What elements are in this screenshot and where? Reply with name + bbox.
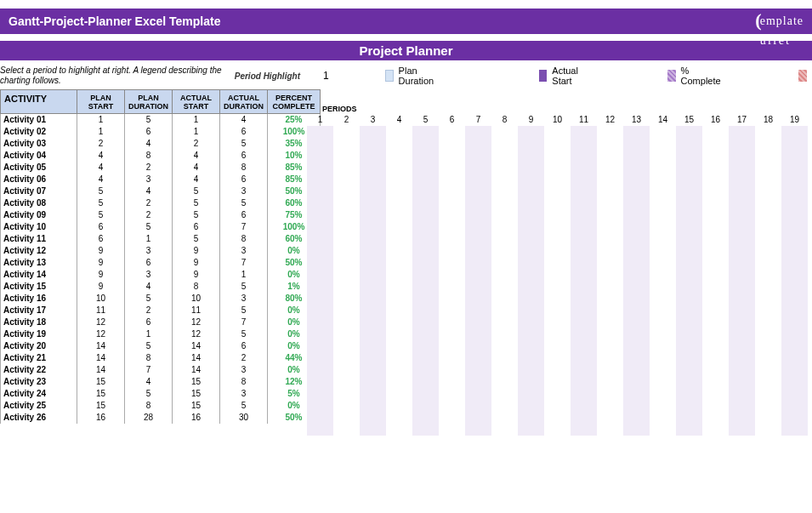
table-row[interactable]: Activity 06434685% xyxy=(1,174,321,185)
gantt-cell xyxy=(729,352,755,364)
cell-plan-dur: 6 xyxy=(125,126,173,138)
table-row[interactable]: Activity 09525675% xyxy=(1,209,321,221)
col-actual-dur: ACTUAL DURATION xyxy=(220,90,268,114)
gantt-cell xyxy=(597,174,623,185)
table-row[interactable]: Activity 01151425% xyxy=(1,114,321,126)
table-row[interactable]: Activity 201451460% xyxy=(1,340,321,352)
gantt-cell xyxy=(597,209,623,221)
gantt-cell xyxy=(729,245,755,257)
gantt-cell xyxy=(623,138,650,150)
table-row[interactable]: Activity 171121150% xyxy=(1,305,321,316)
gantt-cell xyxy=(571,293,597,305)
gantt-cell xyxy=(491,185,518,197)
cell-plan-start: 14 xyxy=(77,340,125,352)
gantt-cell xyxy=(386,197,412,209)
period-highlight-label: Period Highlight xyxy=(235,71,309,81)
table-row[interactable]: Activity 261628163050% xyxy=(1,412,321,424)
cell-actual-dur: 5 xyxy=(220,281,268,293)
cell-activity: Activity 22 xyxy=(1,364,77,376)
gantt-cell xyxy=(439,364,465,376)
cell-plan-dur: 5 xyxy=(125,340,173,352)
gantt-cell xyxy=(571,340,597,352)
cell-activity: Activity 08 xyxy=(1,197,77,209)
gantt-cell xyxy=(386,185,412,197)
cell-actual-dur: 5 xyxy=(220,328,268,340)
gantt-cell xyxy=(623,364,650,376)
table-row[interactable]: Activity 2114814244% xyxy=(1,352,321,364)
table-row[interactable]: Activity 221471430% xyxy=(1,364,321,376)
table-row[interactable]: Activity 106567100% xyxy=(1,221,321,233)
table-row[interactable]: Activity 04484610% xyxy=(1,150,321,162)
gantt-cell xyxy=(755,316,781,328)
gantt-cell xyxy=(729,185,755,197)
gantt-cell xyxy=(518,364,544,376)
gantt-cell xyxy=(412,412,439,424)
table-row[interactable]: Activity 11615860% xyxy=(1,233,321,245)
gantt-cell xyxy=(307,269,333,281)
period-highlight-input[interactable]: 1 xyxy=(309,70,343,82)
gantt-cell xyxy=(465,281,491,293)
cell-plan-dur: 5 xyxy=(125,114,173,126)
cell-actual-start: 12 xyxy=(173,316,220,328)
gantt-cell xyxy=(307,197,333,209)
gantt-cell xyxy=(439,221,465,233)
cell-actual-start: 8 xyxy=(173,281,220,293)
table-row[interactable]: Activity 1594851% xyxy=(1,281,321,293)
gantt-row xyxy=(307,352,812,364)
cell-actual-dur: 6 xyxy=(220,174,268,185)
cell-actual-dur: 7 xyxy=(220,221,268,233)
table-row[interactable]: Activity 181261270% xyxy=(1,316,321,328)
table-row[interactable]: Activity 2315415812% xyxy=(1,376,321,388)
gantt-cell xyxy=(702,257,729,269)
gantt-cell xyxy=(623,340,650,352)
gantt-cell xyxy=(650,305,676,316)
swatch-pct-icon xyxy=(667,70,676,82)
table-row[interactable]: Activity 03242535% xyxy=(1,138,321,150)
gantt-cell xyxy=(386,364,412,376)
gantt-cell xyxy=(412,316,439,328)
cell-actual-dur: 5 xyxy=(220,138,268,150)
cell-plan-start: 10 xyxy=(77,293,125,305)
table-row[interactable]: Activity 251581550% xyxy=(1,400,321,412)
table-row[interactable]: Activity 05424885% xyxy=(1,162,321,174)
gantt-cell xyxy=(676,328,702,340)
gantt-cell xyxy=(755,281,781,293)
cell-actual-dur: 4 xyxy=(220,114,268,126)
gantt-cell xyxy=(412,424,439,436)
logo-text-top: emplate xyxy=(760,16,803,26)
table-row[interactable]: Activity 08525560% xyxy=(1,197,321,209)
gantt-cell xyxy=(439,150,465,162)
table-row[interactable]: Activity 13969750% xyxy=(1,257,321,269)
gantt-cell xyxy=(386,352,412,364)
period-number: 18 xyxy=(755,115,781,126)
table-row[interactable]: Activity 1493910% xyxy=(1,269,321,281)
swatch-beyond-icon xyxy=(798,70,807,82)
gantt-cell xyxy=(650,316,676,328)
periods-label: PERIODS xyxy=(321,105,363,115)
gantt-cell xyxy=(650,400,676,412)
gantt-cell xyxy=(729,293,755,305)
cell-plan-start: 15 xyxy=(77,400,125,412)
table-row[interactable]: Activity 07545350% xyxy=(1,185,321,197)
gantt-cell xyxy=(544,257,571,269)
gantt-cell xyxy=(412,305,439,316)
gantt-cell xyxy=(729,150,755,162)
table-row[interactable]: Activity 191211250% xyxy=(1,328,321,340)
gantt-cell xyxy=(518,352,544,364)
gantt-cell xyxy=(439,305,465,316)
gantt-cell xyxy=(781,293,808,305)
gantt-cell xyxy=(439,257,465,269)
gantt-cell xyxy=(333,138,360,150)
gantt-cell xyxy=(491,138,518,150)
gantt-cell xyxy=(571,185,597,197)
table-row[interactable]: Activity 021616100% xyxy=(1,126,321,138)
cell-plan-dur: 8 xyxy=(125,400,173,412)
table-row[interactable]: Activity 241551535% xyxy=(1,388,321,400)
gantt-cell xyxy=(676,197,702,209)
gantt-cell xyxy=(518,138,544,150)
table-row[interactable]: Activity 1610510380% xyxy=(1,293,321,305)
table-row[interactable]: Activity 1293930% xyxy=(1,245,321,257)
gantt-cell xyxy=(412,269,439,281)
gantt-cell xyxy=(597,233,623,245)
gantt-cell xyxy=(412,138,439,150)
